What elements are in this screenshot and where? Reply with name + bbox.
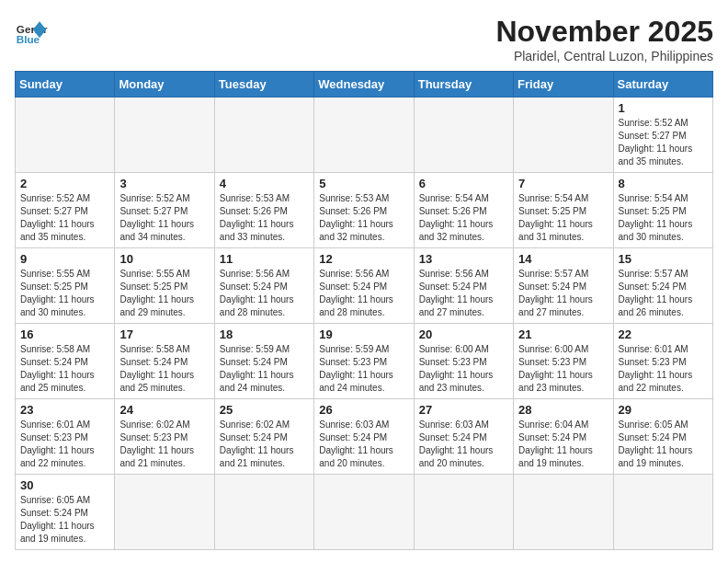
weekday-header-row: SundayMondayTuesdayWednesdayThursdayFrid… bbox=[16, 72, 713, 98]
calendar-table: SundayMondayTuesdayWednesdayThursdayFrid… bbox=[15, 71, 713, 550]
day-number: 22 bbox=[619, 327, 708, 341]
day-number: 2 bbox=[20, 177, 109, 190]
calendar-cell bbox=[514, 475, 613, 550]
day-info: Sunrise: 6:02 AM Sunset: 5:24 PM Dayligh… bbox=[220, 419, 309, 470]
day-number: 20 bbox=[419, 327, 508, 341]
day-info: Sunrise: 6:01 AM Sunset: 5:23 PM Dayligh… bbox=[20, 419, 109, 470]
day-number: 29 bbox=[619, 403, 708, 417]
day-number: 26 bbox=[319, 403, 408, 417]
weekday-header-thursday: Thursday bbox=[414, 72, 513, 98]
day-number: 15 bbox=[619, 252, 708, 266]
calendar-cell: 4Sunrise: 5:53 AM Sunset: 5:26 PM Daylig… bbox=[214, 173, 313, 248]
calendar-cell: 21Sunrise: 6:00 AM Sunset: 5:23 PM Dayli… bbox=[514, 324, 613, 399]
day-number: 17 bbox=[119, 327, 209, 341]
day-number: 1 bbox=[619, 101, 708, 115]
day-number: 8 bbox=[619, 177, 708, 190]
calendar-cell: 2Sunrise: 5:52 AM Sunset: 5:27 PM Daylig… bbox=[16, 173, 115, 248]
day-number: 30 bbox=[20, 478, 109, 492]
week-row-3: 9Sunrise: 5:55 AM Sunset: 5:25 PM Daylig… bbox=[16, 248, 713, 324]
day-info: Sunrise: 5:56 AM Sunset: 5:24 PM Dayligh… bbox=[419, 268, 508, 319]
weekday-header-friday: Friday bbox=[514, 72, 613, 98]
day-number: 5 bbox=[319, 177, 408, 190]
day-number: 27 bbox=[419, 403, 508, 417]
day-number: 7 bbox=[518, 177, 608, 190]
day-number: 16 bbox=[20, 327, 109, 341]
calendar-cell bbox=[414, 475, 513, 550]
calendar-cell bbox=[115, 475, 214, 550]
calendar-cell: 13Sunrise: 5:56 AM Sunset: 5:24 PM Dayli… bbox=[414, 248, 513, 324]
day-number: 10 bbox=[119, 252, 209, 266]
calendar-cell: 14Sunrise: 5:57 AM Sunset: 5:24 PM Dayli… bbox=[514, 248, 613, 324]
day-info: Sunrise: 5:55 AM Sunset: 5:25 PM Dayligh… bbox=[20, 268, 109, 319]
calendar-cell: 29Sunrise: 6:05 AM Sunset: 5:24 PM Dayli… bbox=[613, 399, 712, 475]
day-info: Sunrise: 5:54 AM Sunset: 5:25 PM Dayligh… bbox=[518, 192, 608, 244]
calendar-cell bbox=[314, 98, 414, 173]
day-number: 11 bbox=[220, 252, 309, 266]
calendar-cell: 5Sunrise: 5:53 AM Sunset: 5:26 PM Daylig… bbox=[314, 173, 414, 248]
weekday-header-sunday: Sunday bbox=[16, 72, 115, 98]
calendar-cell: 17Sunrise: 5:58 AM Sunset: 5:24 PM Dayli… bbox=[115, 324, 214, 399]
logo: General Blue bbox=[15, 15, 48, 48]
calendar-cell: 6Sunrise: 5:54 AM Sunset: 5:26 PM Daylig… bbox=[414, 173, 513, 248]
day-number: 24 bbox=[119, 403, 209, 417]
day-info: Sunrise: 6:05 AM Sunset: 5:24 PM Dayligh… bbox=[619, 419, 708, 470]
calendar-cell: 19Sunrise: 5:59 AM Sunset: 5:23 PM Dayli… bbox=[314, 324, 414, 399]
day-number: 12 bbox=[319, 252, 408, 266]
day-info: Sunrise: 6:05 AM Sunset: 5:24 PM Dayligh… bbox=[20, 494, 109, 546]
day-info: Sunrise: 5:53 AM Sunset: 5:26 PM Dayligh… bbox=[319, 192, 408, 244]
calendar-cell: 10Sunrise: 5:55 AM Sunset: 5:25 PM Dayli… bbox=[115, 248, 214, 324]
week-row-6: 30Sunrise: 6:05 AM Sunset: 5:24 PM Dayli… bbox=[16, 475, 713, 550]
day-info: Sunrise: 6:04 AM Sunset: 5:24 PM Dayligh… bbox=[518, 419, 608, 470]
calendar-cell: 15Sunrise: 5:57 AM Sunset: 5:24 PM Dayli… bbox=[613, 248, 712, 324]
calendar-cell: 9Sunrise: 5:55 AM Sunset: 5:25 PM Daylig… bbox=[16, 248, 115, 324]
calendar-cell: 24Sunrise: 6:02 AM Sunset: 5:23 PM Dayli… bbox=[115, 399, 214, 475]
day-number: 25 bbox=[220, 403, 309, 417]
day-info: Sunrise: 5:52 AM Sunset: 5:27 PM Dayligh… bbox=[119, 192, 209, 244]
calendar-cell bbox=[514, 98, 613, 173]
calendar-cell bbox=[16, 98, 115, 173]
day-number: 9 bbox=[20, 252, 109, 266]
day-info: Sunrise: 5:58 AM Sunset: 5:24 PM Dayligh… bbox=[20, 343, 109, 395]
title-area: November 2025 Plaridel, Central Luzon, P… bbox=[495, 15, 713, 63]
day-info: Sunrise: 6:00 AM Sunset: 5:23 PM Dayligh… bbox=[518, 343, 608, 395]
svg-text:Blue: Blue bbox=[17, 33, 40, 45]
calendar-cell: 8Sunrise: 5:54 AM Sunset: 5:25 PM Daylig… bbox=[613, 173, 712, 248]
day-info: Sunrise: 5:58 AM Sunset: 5:24 PM Dayligh… bbox=[119, 343, 209, 395]
day-number: 18 bbox=[220, 327, 309, 341]
day-info: Sunrise: 5:52 AM Sunset: 5:27 PM Dayligh… bbox=[20, 192, 109, 244]
day-number: 4 bbox=[220, 177, 309, 190]
calendar-cell bbox=[613, 475, 712, 550]
day-info: Sunrise: 6:03 AM Sunset: 5:24 PM Dayligh… bbox=[419, 419, 508, 470]
calendar-cell: 1Sunrise: 5:52 AM Sunset: 5:27 PM Daylig… bbox=[613, 98, 712, 173]
day-info: Sunrise: 5:53 AM Sunset: 5:26 PM Dayligh… bbox=[220, 192, 309, 244]
calendar-cell: 16Sunrise: 5:58 AM Sunset: 5:24 PM Dayli… bbox=[16, 324, 115, 399]
day-info: Sunrise: 5:59 AM Sunset: 5:23 PM Dayligh… bbox=[319, 343, 408, 395]
calendar-cell: 25Sunrise: 6:02 AM Sunset: 5:24 PM Dayli… bbox=[214, 399, 313, 475]
calendar-cell bbox=[214, 98, 313, 173]
day-info: Sunrise: 6:02 AM Sunset: 5:23 PM Dayligh… bbox=[119, 419, 209, 470]
weekday-header-wednesday: Wednesday bbox=[314, 72, 414, 98]
day-info: Sunrise: 5:54 AM Sunset: 5:25 PM Dayligh… bbox=[619, 192, 708, 244]
calendar-cell: 22Sunrise: 6:01 AM Sunset: 5:23 PM Dayli… bbox=[613, 324, 712, 399]
day-info: Sunrise: 6:00 AM Sunset: 5:23 PM Dayligh… bbox=[419, 343, 508, 395]
day-info: Sunrise: 5:55 AM Sunset: 5:25 PM Dayligh… bbox=[119, 268, 209, 319]
day-number: 3 bbox=[119, 177, 209, 190]
weekday-header-tuesday: Tuesday bbox=[214, 72, 313, 98]
week-row-4: 16Sunrise: 5:58 AM Sunset: 5:24 PM Dayli… bbox=[16, 324, 713, 399]
calendar-cell: 7Sunrise: 5:54 AM Sunset: 5:25 PM Daylig… bbox=[514, 173, 613, 248]
calendar-cell: 18Sunrise: 5:59 AM Sunset: 5:24 PM Dayli… bbox=[214, 324, 313, 399]
day-info: Sunrise: 6:03 AM Sunset: 5:24 PM Dayligh… bbox=[319, 419, 408, 470]
day-info: Sunrise: 6:01 AM Sunset: 5:23 PM Dayligh… bbox=[619, 343, 708, 395]
day-number: 23 bbox=[20, 403, 109, 417]
calendar-cell: 11Sunrise: 5:56 AM Sunset: 5:24 PM Dayli… bbox=[214, 248, 313, 324]
calendar-cell bbox=[314, 475, 414, 550]
calendar-cell: 28Sunrise: 6:04 AM Sunset: 5:24 PM Dayli… bbox=[514, 399, 613, 475]
calendar-cell: 27Sunrise: 6:03 AM Sunset: 5:24 PM Dayli… bbox=[414, 399, 513, 475]
day-info: Sunrise: 5:59 AM Sunset: 5:24 PM Dayligh… bbox=[220, 343, 309, 395]
week-row-5: 23Sunrise: 6:01 AM Sunset: 5:23 PM Dayli… bbox=[16, 399, 713, 475]
weekday-header-monday: Monday bbox=[115, 72, 214, 98]
day-number: 14 bbox=[518, 252, 608, 266]
day-info: Sunrise: 5:56 AM Sunset: 5:24 PM Dayligh… bbox=[220, 268, 309, 319]
calendar-cell: 23Sunrise: 6:01 AM Sunset: 5:23 PM Dayli… bbox=[16, 399, 115, 475]
calendar-cell: 12Sunrise: 5:56 AM Sunset: 5:24 PM Dayli… bbox=[314, 248, 414, 324]
